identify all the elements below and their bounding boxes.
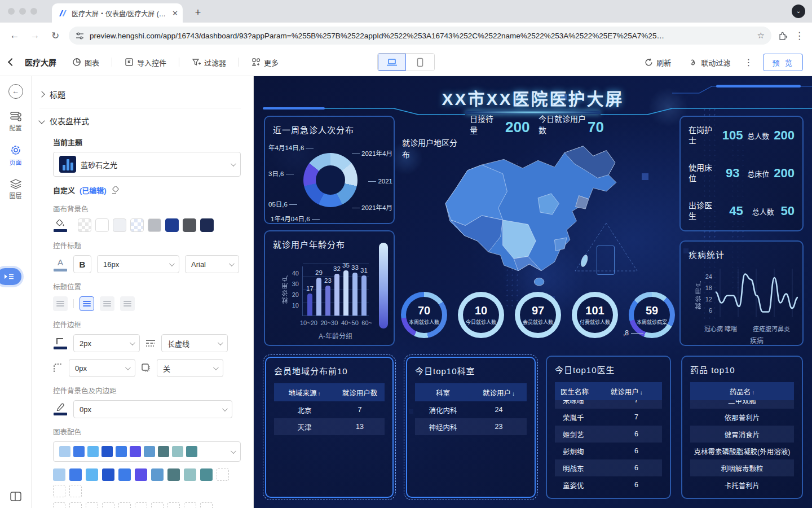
theme-select[interactable]: 蓝砂石之光 [53, 152, 241, 177]
palette-swatch[interactable] [69, 468, 82, 481]
border-style-select[interactable]: 长虚线 [161, 334, 228, 352]
window-controls[interactable] [8, 8, 37, 15]
gauge-ring[interactable]: 70本周就诊人数 [401, 292, 447, 338]
bar[interactable] [352, 273, 358, 316]
panel-drug-table[interactable]: 药品 top10 药品名↑ 二甲双胍依那普利片健胃消食片克林霉素磷酸脂凝胶(外用… [681, 356, 803, 499]
section-title[interactable]: 标题 [39, 84, 241, 104]
extensions-icon[interactable] [778, 31, 788, 41]
sidebar-item-layers[interactable]: 图层 [10, 179, 22, 200]
line-chart[interactable] [716, 269, 798, 319]
marker-icon[interactable] [53, 403, 68, 415]
empty-swatch[interactable] [69, 502, 82, 508]
bar-chart[interactable]: 17292332353331 [302, 266, 369, 316]
empty-swatch[interactable] [69, 485, 82, 497]
empty-swatch[interactable] [200, 502, 213, 508]
gauge-ring[interactable]: 97会员就诊人数 [515, 292, 561, 338]
panel-age[interactable]: 就诊用户年龄分布 就诊用户 40302010 17292332353331 10… [264, 230, 395, 346]
tab-close-icon[interactable]: ✕ [172, 9, 178, 17]
bg-swatch[interactable] [183, 218, 196, 232]
palette-swatch[interactable] [118, 468, 131, 481]
table-row[interactable]: 消化内科 24 [415, 401, 527, 418]
panel-dept-table[interactable]: 今日top10科室 科室 就诊用户↓ 消化内科 24 神经内科 23 [406, 357, 536, 498]
palette-swatch[interactable] [167, 468, 180, 481]
url-text[interactable]: preview.hengshi.com/app/16743/dashboard/… [90, 32, 752, 40]
empty-swatch[interactable] [135, 502, 147, 508]
bg-swatch[interactable] [148, 218, 161, 232]
import-widget-button[interactable]: 导入控件 [121, 54, 170, 71]
back-icon[interactable]: ← [8, 30, 21, 41]
table-row[interactable]: 明战东6 [555, 459, 662, 476]
sidebar-item-page[interactable]: 页面 [10, 144, 22, 167]
panel-handle-button[interactable] [0, 268, 21, 285]
line-style-icon[interactable] [145, 339, 156, 348]
browser-profile-button[interactable]: ⌄ [792, 5, 805, 18]
filter-button[interactable]: 过滤器 [188, 54, 230, 71]
browser-tab[interactable]: 医疗大屏・仪表盘/医疗大屏 (PC ✕ [52, 3, 183, 23]
table-row[interactable]: 神经内科 23 [415, 418, 527, 435]
bar[interactable] [343, 270, 348, 316]
toggle-sidebar-icon[interactable] [0, 492, 32, 501]
panel-bed-stats[interactable]: 在岗护 士 105 总人数 200 使用床 位 93 总床位 200 出诊医 生… [679, 116, 804, 231]
title-right-button[interactable] [120, 296, 135, 311]
title-hidden-button[interactable] [53, 296, 68, 311]
table-row[interactable]: 宋咏喵7 [555, 400, 662, 409]
toolbar-menu-icon[interactable]: ⋮ [744, 57, 753, 68]
table-row[interactable]: 健胃消食片 [690, 426, 794, 443]
bar[interactable] [307, 294, 312, 316]
omnibox[interactable]: preview.hengshi.com/app/16743/dashboard/… [69, 27, 771, 45]
site-settings-icon[interactable] [76, 32, 84, 40]
palette-swatch[interactable] [135, 468, 147, 481]
bg-swatch[interactable] [200, 218, 214, 232]
bar[interactable] [316, 278, 321, 316]
table-row[interactable]: 天津 13 [274, 418, 385, 435]
table-row[interactable]: 卡托普利片 [690, 476, 794, 493]
palette-select[interactable] [53, 441, 241, 462]
table-row[interactable]: 荣胤千7 [555, 409, 662, 426]
bar[interactable] [361, 275, 367, 316]
charts-button[interactable]: 图表 [69, 54, 103, 71]
bg-swatch[interactable] [165, 218, 179, 232]
linked-filter-button[interactable]: 联动过滤 [685, 54, 734, 71]
palette-swatch[interactable] [151, 468, 164, 481]
new-tab-button[interactable]: + [191, 6, 205, 20]
table-row[interactable]: 利咽解毒颗粒 [690, 459, 794, 476]
panel-doctor-table[interactable]: 今日top10医生 医生名称 就诊用户↓ 宋咏喵7荣胤千7姬剑艺6彭炯绚6明战东… [546, 356, 671, 499]
bg-swatch[interactable] [95, 218, 109, 232]
more-button[interactable]: 更多 [248, 54, 282, 71]
empty-swatch[interactable] [118, 502, 131, 508]
table-row[interactable]: 二甲双胍 [690, 400, 794, 409]
panel-disease[interactable]: 疾病统计 就诊用户 2418126 冠心病 哮喘 痤疮腹泻鼻炎 疾病 [679, 240, 804, 346]
border-width-select[interactable]: 2px [73, 334, 140, 352]
shadow-icon[interactable] [141, 363, 151, 373]
palette-swatch[interactable] [184, 468, 196, 481]
section-dashboard-style[interactable]: 仪表盘样式 [39, 111, 241, 131]
empty-swatch[interactable] [86, 502, 98, 508]
visual-map-slider[interactable] [379, 243, 388, 329]
empty-swatch[interactable] [53, 485, 65, 497]
font-family-select[interactable]: Arial [185, 255, 239, 273]
palette-swatch[interactable] [200, 468, 213, 481]
border-color-icon[interactable] [53, 338, 68, 349]
sidebar-item-config[interactable]: 配置 [10, 111, 22, 132]
reload-icon[interactable]: ↻ [48, 30, 62, 42]
empty-swatch[interactable] [184, 502, 196, 508]
table-row[interactable]: 姬剑艺6 [555, 426, 662, 443]
gauge-ring[interactable]: 101付费就诊人数 [572, 292, 618, 338]
table-row[interactable]: 彭炯绚6 [555, 443, 662, 459]
bold-button[interactable]: B [73, 255, 91, 273]
empty-swatch[interactable] [53, 502, 65, 508]
table-row[interactable]: 依那普利片 [690, 409, 794, 426]
padding-select[interactable]: 0px [73, 400, 232, 418]
empty-swatch[interactable] [151, 502, 164, 508]
mobile-view-button[interactable] [406, 54, 434, 71]
palette-swatch[interactable] [53, 468, 65, 481]
font-color-button[interactable]: A [53, 257, 68, 271]
shadow-select[interactable]: 关 [157, 359, 223, 377]
radius-select[interactable]: 0px [69, 359, 135, 377]
bg-swatch[interactable] [113, 218, 126, 232]
title-center-button[interactable] [100, 296, 114, 311]
refresh-button[interactable]: 刷新 [641, 54, 674, 71]
paint-bucket-icon[interactable] [53, 219, 68, 232]
empty-swatch[interactable] [167, 502, 180, 508]
desktop-view-button[interactable] [378, 54, 406, 71]
